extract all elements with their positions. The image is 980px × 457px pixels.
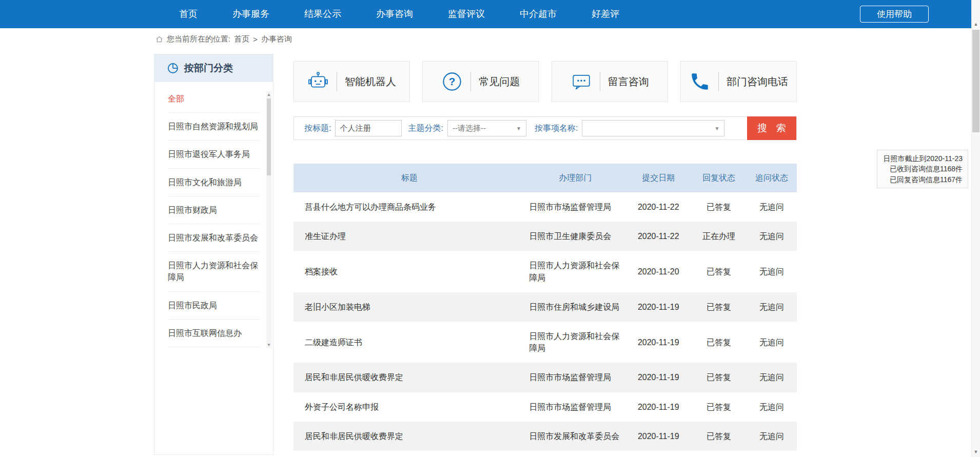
cell-dept: 日照市市场监督管理局 <box>525 392 625 422</box>
card-divider <box>471 72 471 91</box>
table-row[interactable]: 老旧小区加装电梯日照市住房和城乡建设局2020-11-19已答复无追问 <box>293 292 797 322</box>
quick-link-label: 智能机器人 <box>345 75 396 89</box>
nav-item-2[interactable]: 结果公示 <box>287 0 359 28</box>
stats-line-received: 已收到咨询信息1168件 <box>883 164 963 174</box>
sidebar-item-6[interactable]: 日照市人力资源和社会保障局 <box>168 252 260 291</box>
cell-date: 2020-11-19 <box>625 392 691 422</box>
scroll-up-icon[interactable]: ▲ <box>972 19 980 28</box>
cell-date: 2020-11-22 <box>625 222 691 251</box>
table-row[interactable]: 二级建造师证书日照市人力资源和社会保障局2020-11-19已答复无追问 <box>293 322 797 363</box>
table-row[interactable]: 居民和非居民供暖收费界定日照市市场监督管理局2020-11-19已答复无追问 <box>293 363 797 392</box>
cell-title[interactable]: 外资子公司名称申报 <box>293 392 525 422</box>
quick-link-label: 部门咨询电话 <box>727 75 788 89</box>
breadcrumb-prefix: 您当前所在的位置: <box>167 34 230 44</box>
cell-title[interactable]: 莒县什么地方可以办理商品条码业务 <box>293 192 525 222</box>
question-icon: ? <box>441 71 463 92</box>
sidebar: 按部门分类 全部日照市自然资源和规划局日照市退役军人事务局日照市文化和旅游局日照… <box>154 54 273 455</box>
cell-title[interactable]: 准生证办理 <box>293 222 525 251</box>
card-divider <box>600 72 600 91</box>
top-nav-bar: 首页办事服务结果公示办事咨询监督评议中介超市好差评 使用帮助 <box>0 0 980 28</box>
breadcrumb-current: 办事咨询 <box>261 34 292 44</box>
cell-title[interactable]: 档案接收 <box>293 251 525 292</box>
sidebar-item-8[interactable]: 日照市互联网信息办 <box>168 320 260 347</box>
card-divider <box>718 72 719 91</box>
cell-follow: 无追问 <box>747 422 797 451</box>
table-row[interactable]: 莒县什么地方可以办理商品条码业务日照市市场监督管理局2020-11-22已答复无… <box>293 192 797 222</box>
nav-item-3[interactable]: 办事咨询 <box>359 0 430 28</box>
cell-dept: 日照市发展和改革委员会 <box>525 422 625 451</box>
sidebar-item-7[interactable]: 日照市民政局 <box>168 292 260 320</box>
cell-title[interactable]: 老旧小区加装电梯 <box>293 292 525 322</box>
cell-title[interactable]: 居民和非居民供暖收费界定 <box>293 422 525 451</box>
sidebar-title: 按部门分类 <box>184 62 233 75</box>
page-scrollbar[interactable]: ▲ ▼ <box>971 0 980 457</box>
cell-follow: 无追问 <box>747 192 797 222</box>
breadcrumb-home-link[interactable]: 首页 <box>234 34 249 44</box>
cell-reply: 已答复 <box>691 322 747 363</box>
page-scrollbar-thumb[interactable] <box>972 30 979 132</box>
sidebar-scrollbar-thumb[interactable] <box>267 98 271 175</box>
table-row[interactable]: 准生证办理日照市卫生健康委员会2020-11-22正在办理无追问 <box>293 222 797 251</box>
consultation-table: 标题办理部门提交日期回复状态追问状态 莒县什么地方可以办理商品条码业务日照市市场… <box>293 164 797 451</box>
message-icon <box>571 71 592 92</box>
cell-title[interactable]: 二级建造师证书 <box>293 322 525 363</box>
search-title-label: 按标题: <box>304 123 331 134</box>
nav-item-1[interactable]: 办事服务 <box>215 0 287 28</box>
page: 首页办事服务结果公示办事咨询监督评议中介超市好差评 使用帮助 您当前所在的位置:… <box>0 0 980 457</box>
quick-link-phone[interactable]: 部门咨询电话 <box>680 61 797 102</box>
quick-link-message[interactable]: 留言咨询 <box>552 61 668 102</box>
category-select[interactable]: --请选择-- ▼ <box>447 120 526 136</box>
nav-item-6[interactable]: 好差评 <box>574 0 637 28</box>
cell-title[interactable]: 居民和非居民供暖收费界定 <box>293 363 525 392</box>
sidebar-scrollbar[interactable]: ▲ ▼ <box>266 91 271 348</box>
cell-dept: 日照市人力资源和社会保障局 <box>525 251 625 292</box>
cell-dept: 日照市住房和城乡建设局 <box>525 292 625 322</box>
quick-link-robot[interactable]: 智能机器人 <box>293 61 410 102</box>
scroll-down-icon[interactable]: ▼ <box>266 342 271 348</box>
sidebar-item-2[interactable]: 日照市退役军人事务局 <box>168 141 260 168</box>
scroll-down-icon[interactable]: ▼ <box>972 447 980 456</box>
sidebar-item-4[interactable]: 日照市财政局 <box>168 196 260 224</box>
category-pie-icon <box>167 62 179 74</box>
search-button[interactable]: 搜 索 <box>747 116 796 140</box>
breadcrumb: 您当前所在的位置: 首页 > 办事咨询 <box>155 32 292 46</box>
sidebar-header: 按部门分类 <box>154 54 273 82</box>
help-button[interactable]: 使用帮助 <box>860 6 929 23</box>
table-row[interactable]: 档案接收日照市人力资源和社会保障局2020-11-20已答复无追问 <box>293 251 797 292</box>
cell-reply: 已答复 <box>691 422 747 451</box>
nav-item-5[interactable]: 中介超市 <box>502 0 574 28</box>
table-row[interactable]: 外资子公司名称申报日照市市场监督管理局2020-11-19已答复无追问 <box>293 392 797 422</box>
column-header-3: 回复状态 <box>691 164 747 192</box>
stats-box: 日照市截止到2020-11-23 已收到咨询信息1168件 已回复咨询信息116… <box>877 150 968 188</box>
cell-reply: 已答复 <box>691 251 747 292</box>
cell-date: 2020-11-19 <box>625 422 691 451</box>
home-icon <box>155 35 163 43</box>
cell-dept: 日照市卫生健康委员会 <box>525 222 625 251</box>
cell-follow: 无追问 <box>747 363 797 392</box>
cell-date: 2020-11-19 <box>625 292 691 322</box>
column-header-0: 标题 <box>293 164 525 192</box>
item-name-select[interactable]: ▼ <box>582 120 724 136</box>
chevron-down-icon: ▼ <box>516 126 521 131</box>
cell-reply: 正在办理 <box>691 222 747 251</box>
scroll-up-icon[interactable]: ▲ <box>266 91 271 97</box>
stats-line-date: 日照市截止到2020-11-23 <box>883 153 963 164</box>
cell-follow: 无追问 <box>747 251 797 292</box>
cell-dept: 日照市市场监督管理局 <box>525 192 625 222</box>
sidebar-item-1[interactable]: 日照市自然资源和规划局 <box>168 113 260 141</box>
column-header-4: 追问状态 <box>747 164 797 192</box>
title-search-input[interactable] <box>335 120 402 136</box>
nav-item-4[interactable]: 监督评议 <box>430 0 502 28</box>
nav-item-0[interactable]: 首页 <box>162 0 215 28</box>
item-name-label: 按事项名称: <box>535 123 578 134</box>
cell-reply: 已答复 <box>691 392 747 422</box>
quick-link-faq[interactable]: ? 常见问题 <box>422 61 539 102</box>
table-row[interactable]: 居民和非居民供暖收费界定日照市发展和改革委员会2020-11-19已答复无追问 <box>293 422 797 451</box>
cell-date: 2020-11-20 <box>625 251 691 292</box>
cell-follow: 无追问 <box>747 222 797 251</box>
sidebar-item-5[interactable]: 日照市发展和改革委员会 <box>168 224 260 252</box>
chevron-down-icon: ▼ <box>714 126 719 131</box>
cell-date: 2020-11-22 <box>625 192 691 222</box>
sidebar-item-0[interactable]: 全部 <box>168 85 260 113</box>
sidebar-item-3[interactable]: 日照市文化和旅游局 <box>168 169 260 196</box>
